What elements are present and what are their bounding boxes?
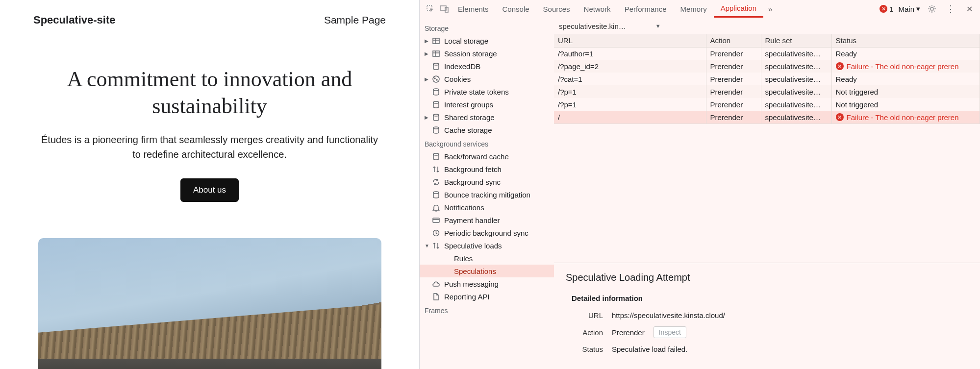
table-row[interactable]: /?cat=1Prerenderspeculativesite…Ready: [554, 73, 980, 85]
table-icon: [431, 36, 440, 45]
cloud-icon: [431, 279, 440, 288]
tab-performance[interactable]: Performance: [618, 1, 674, 17]
site-title[interactable]: Speculative-site: [33, 14, 116, 26]
cell-status: Ready: [831, 47, 980, 60]
sidebar-item-label: Private state tokens: [444, 88, 509, 96]
sidebar-item-label: Bounce tracking mitigation: [444, 191, 530, 199]
error-count[interactable]: ✕ 1: [879, 5, 893, 13]
speculations-table: URL Action Rule set Status /?author=1Pre…: [554, 34, 980, 123]
cell-ruleset: speculativesite…: [761, 111, 831, 123]
target-selector[interactable]: Main ▾: [898, 4, 920, 13]
svg-rect-2: [445, 7, 448, 12]
error-icon: ✕: [836, 113, 844, 121]
cell-url: /: [554, 111, 706, 123]
sidebar-storage-cache-storage[interactable]: Cache storage: [420, 123, 554, 136]
tab-elements[interactable]: Elements: [451, 1, 496, 17]
db-icon: [431, 100, 440, 109]
tab-sources[interactable]: Sources: [536, 1, 577, 17]
tab-network[interactable]: Network: [577, 1, 618, 17]
detail-action-value: Prerender: [612, 328, 645, 337]
svg-point-19: [433, 192, 439, 194]
sidebar-storage-shared-storage[interactable]: ▶Shared storage: [420, 111, 554, 123]
sidebar-bg-rules[interactable]: Rules: [420, 252, 554, 265]
sidebar-storage-cookies[interactable]: ▶Cookies: [420, 73, 554, 85]
inspect-element-icon[interactable]: [424, 2, 437, 16]
sidebar-item-label: Background fetch: [444, 165, 502, 173]
device-toolbar-icon[interactable]: [437, 2, 451, 16]
bell-icon: [431, 203, 440, 212]
sidebar-bg-notifications[interactable]: Notifications: [420, 201, 554, 214]
frames-category: Frames: [420, 303, 554, 317]
sidebar-bg-speculations[interactable]: Speculations: [420, 265, 554, 277]
target-label: Main: [898, 5, 914, 13]
error-icon: ✕: [879, 5, 887, 13]
th-url[interactable]: URL: [554, 34, 706, 47]
db-icon: [431, 62, 440, 71]
sidebar-storage-indexeddb[interactable]: IndexedDB: [420, 60, 554, 73]
sidebar-bg-reporting-api[interactable]: Reporting API: [420, 290, 554, 303]
db-icon: [431, 125, 440, 134]
th-ruleset[interactable]: Rule set: [761, 34, 831, 47]
table-row[interactable]: /?p=1Prerenderspeculativesite…Not trigge…: [554, 98, 980, 111]
disclosure-triangle-icon: ▶: [425, 51, 428, 56]
close-devtools-icon[interactable]: ✕: [962, 2, 976, 16]
sidebar-bg-speculative-loads[interactable]: ▼Speculative loads: [420, 239, 554, 252]
hero-subtitle: Études is a pioneering firm that seamles…: [38, 132, 381, 162]
cell-ruleset: speculativesite…: [761, 85, 831, 98]
table-row[interactable]: /Prerenderspeculativesite…✕Failure - The…: [554, 111, 980, 123]
about-us-button[interactable]: About us: [180, 178, 239, 202]
cell-ruleset: speculativesite…: [761, 47, 831, 60]
hero-image: [38, 238, 381, 369]
cell-ruleset: speculativesite…: [761, 73, 831, 85]
inspect-button[interactable]: Inspect: [653, 326, 686, 338]
sidebar-bg-back-forward-cache[interactable]: Back/forward cache: [420, 150, 554, 163]
cookie-icon: [431, 74, 440, 83]
cell-url: /?author=1: [554, 47, 706, 60]
storage-category: Storage: [420, 21, 554, 34]
cell-action: Prerender: [706, 98, 761, 111]
background-services-category: Background services: [420, 136, 554, 150]
cell-action: Prerender: [706, 73, 761, 85]
dropdown-caret-icon[interactable]: ▼: [655, 23, 661, 29]
sidebar-item-label: Background sync: [444, 178, 501, 186]
db-icon: [431, 113, 440, 122]
sidebar-item-label: Cookies: [444, 75, 471, 83]
sidebar-bg-periodic-background-sync[interactable]: Periodic background sync: [420, 226, 554, 239]
tab-console[interactable]: Console: [496, 1, 536, 17]
cell-url: /?page_id=2: [554, 60, 706, 73]
sidebar-storage-private-state-tokens[interactable]: Private state tokens: [420, 85, 554, 98]
sidebar-bg-background-fetch[interactable]: Background fetch: [420, 163, 554, 175]
nav-link-sample[interactable]: Sample Page: [324, 14, 386, 26]
detail-action-label: Action: [572, 328, 603, 337]
kebab-menu-icon[interactable]: ⋮: [944, 2, 957, 16]
svg-point-10: [433, 63, 439, 65]
sidebar-storage-session-storage[interactable]: ▶Session storage: [420, 47, 554, 60]
tab-memory[interactable]: Memory: [674, 1, 714, 17]
detail-status-value: Speculative load failed.: [612, 345, 687, 353]
ruleset-selector[interactable]: speculativesite.kin…: [559, 22, 626, 30]
table-row[interactable]: /?page_id=2Prerenderspeculativesite…✕Fai…: [554, 60, 980, 73]
clock-icon: [431, 228, 440, 237]
th-status[interactable]: Status: [831, 34, 980, 47]
sidebar-storage-local-storage[interactable]: ▶Local storage: [420, 34, 554, 47]
cell-ruleset: speculativesite…: [761, 98, 831, 111]
sidebar-storage-interest-groups[interactable]: Interest groups: [420, 98, 554, 111]
table-row[interactable]: /?p=1Prerenderspeculativesite…Not trigge…: [554, 85, 980, 98]
chevron-down-icon: ▾: [916, 4, 920, 13]
arrows-icon: [431, 241, 440, 250]
sidebar-bg-background-sync[interactable]: Background sync: [420, 175, 554, 188]
sidebar-bg-push-messaging[interactable]: Push messaging: [420, 277, 554, 290]
sidebar-bg-bounce-tracking-mitigation[interactable]: Bounce tracking mitigation: [420, 188, 554, 201]
cell-status: Not triggered: [831, 85, 980, 98]
table-row[interactable]: /?author=1Prerenderspeculativesite…Ready: [554, 47, 980, 60]
th-action[interactable]: Action: [706, 34, 761, 47]
cell-action: Prerender: [706, 111, 761, 123]
hero-section: A commitment to innovation and sustainab…: [38, 66, 381, 369]
db-icon: [431, 87, 440, 96]
cell-status: Not triggered: [831, 98, 980, 111]
settings-icon[interactable]: [925, 2, 939, 16]
cell-status: Ready: [831, 73, 980, 85]
tab-application[interactable]: Application: [714, 0, 763, 18]
sidebar-bg-payment-handler[interactable]: Payment handler: [420, 214, 554, 226]
more-tabs-icon[interactable]: »: [763, 2, 777, 16]
